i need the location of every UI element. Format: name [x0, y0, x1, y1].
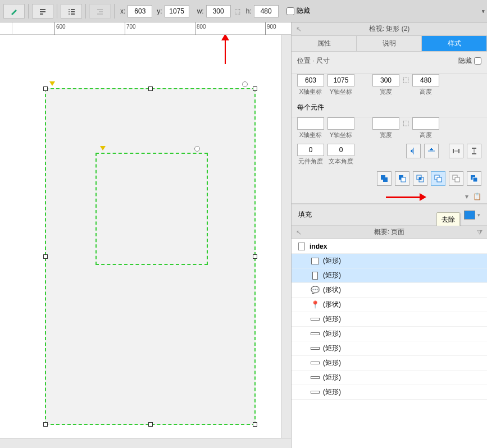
text-angle-input[interactable] [327, 144, 354, 156]
fill-color-swatch[interactable] [464, 211, 475, 220]
collapse-icon[interactable]: ↖ [296, 25, 302, 33]
resize-handle[interactable] [148, 422, 153, 427]
canvas-area: 600 700 800 900 [0, 22, 291, 448]
union-btn[interactable] [377, 171, 392, 186]
link-wh-icon-2[interactable]: ⬚ [403, 74, 409, 96]
text-angle-label: 文本角度 [329, 157, 353, 166]
x-input[interactable] [128, 5, 152, 17]
tab-description[interactable]: 说明 [357, 36, 422, 51]
outline-root[interactable]: index [292, 239, 487, 254]
w-label: w: [197, 7, 204, 15]
resize-handle[interactable] [253, 254, 257, 259]
svg-rect-4 [71, 9, 75, 10]
subtract-back-btn[interactable] [449, 171, 463, 186]
indent-tool-btn: ▾ [89, 4, 111, 19]
per-element-label: 每个元件 [297, 103, 324, 111]
outline-item-label: (矩形) [323, 373, 341, 382]
outline-item-label: (形状) [323, 300, 341, 309]
w-input[interactable] [206, 5, 231, 17]
side-panel: ↖ 检视: 矩形 (2) 属性 说明 样式 位置 · 尺寸 隐藏 X轴坐标 Y轴… [291, 22, 487, 448]
align-tool-btn[interactable]: ▾ [32, 4, 53, 19]
outline-item[interactable]: (矩形) [292, 327, 487, 341]
resize-handle[interactable] [253, 86, 257, 91]
svg-rect-12 [453, 149, 454, 153]
insp-h-input[interactable] [412, 74, 439, 86]
hide-checkbox[interactable] [286, 7, 294, 15]
insp-w-input[interactable] [372, 74, 399, 86]
outline-item[interactable]: 💬(形状) [292, 283, 487, 298]
resize-handle[interactable] [43, 254, 48, 259]
rotation-handle[interactable] [194, 146, 200, 152]
dist-h-btn[interactable] [449, 144, 463, 158]
outline-item-label: (矩形) [323, 256, 341, 266]
svg-rect-28 [473, 177, 477, 182]
resize-handle[interactable] [43, 422, 48, 427]
outline-item[interactable]: (矩形) [292, 356, 487, 371]
x-label: x: [120, 7, 125, 15]
pencil-tool-btn[interactable]: ▾ [3, 4, 25, 19]
outline-item[interactable]: (矩形) [292, 268, 487, 283]
hide-checkbox-2[interactable] [474, 57, 481, 65]
outline-tree: index (矩形)(矩形)💬(形状)📍(形状)(矩形)(矩形)(矩形)(矩形)… [292, 239, 487, 448]
inspector-title: 检视: 矩形 (2) [369, 24, 410, 34]
divide-btn[interactable] [467, 171, 481, 186]
svg-rect-14 [472, 148, 476, 149]
subtract-front-btn[interactable] [395, 171, 409, 186]
resize-handle[interactable] [253, 422, 257, 427]
svg-rect-11 [97, 13, 103, 15]
outline-item[interactable]: (矩形) [292, 341, 487, 356]
intersect-btn[interactable] [413, 171, 427, 186]
hide-checkbox-wrap[interactable]: 隐藏 [286, 6, 310, 16]
elem-angle-label: 元件角度 [298, 157, 323, 166]
list-tool-btn[interactable]: ▾ [61, 4, 82, 19]
clipboard-icon[interactable]: 📋 [473, 193, 481, 200]
insp-y-input[interactable] [327, 74, 354, 86]
chevron-down-icon[interactable]: ▾ [465, 193, 468, 200]
outline-item[interactable]: 📍(形状) [292, 298, 487, 312]
svg-rect-22 [419, 177, 421, 180]
bar-icon [311, 318, 320, 321]
outline-item[interactable]: (矩形) [292, 312, 487, 327]
outline-item[interactable]: (矩形) [292, 385, 487, 400]
per-h-input[interactable] [412, 117, 439, 130]
filter-icon[interactable]: ⧩ [477, 228, 483, 236]
outline-item-label: (形状) [323, 285, 341, 295]
svg-rect-0 [40, 9, 45, 10]
resize-handle[interactable] [43, 86, 48, 91]
exclude-btn[interactable] [431, 171, 445, 186]
svg-rect-17 [383, 177, 388, 182]
hide-label-2: 隐藏 [458, 56, 472, 66]
tab-properties[interactable]: 属性 [292, 36, 357, 51]
link-wh-icon-3[interactable]: ⬚ [403, 117, 409, 139]
link-wh-icon[interactable]: ⬚ [234, 7, 240, 15]
scrollbar-vertical[interactable] [281, 35, 291, 438]
rect-icon [311, 258, 319, 264]
outline-item[interactable]: (矩形) [292, 254, 487, 268]
fill-dropdown-icon[interactable]: ▾ [477, 212, 480, 218]
h-input[interactable] [254, 5, 279, 17]
per-h-label: 高度 [420, 131, 432, 139]
resize-handle[interactable] [148, 86, 153, 91]
rotation-handle[interactable] [242, 81, 248, 87]
svg-rect-24 [437, 177, 442, 182]
dist-v-btn[interactable] [467, 144, 481, 158]
flip-v-btn[interactable] [424, 144, 439, 158]
elem-angle-input[interactable] [297, 144, 324, 156]
per-y-input[interactable] [327, 117, 354, 130]
outline-item-label: (矩形) [323, 329, 341, 339]
canvas[interactable] [0, 35, 291, 448]
outline-item-label: (矩形) [323, 271, 341, 280]
collapse-icon-2[interactable]: ↖ [296, 228, 302, 236]
insp-x-input[interactable] [297, 74, 324, 86]
tab-style[interactable]: 样式 [422, 36, 487, 51]
tooltip: 去除 [436, 212, 460, 227]
per-x-input[interactable] [297, 117, 324, 130]
per-w-label: 宽度 [380, 131, 392, 139]
selection-rect-inner[interactable] [95, 153, 208, 265]
inspector-header: ↖ 检视: 矩形 (2) [292, 22, 487, 36]
outline-item[interactable]: (矩形) [292, 371, 487, 385]
y-input[interactable] [165, 5, 189, 17]
flip-h-btn[interactable] [406, 144, 421, 158]
scrollbar-horizontal[interactable] [0, 438, 291, 448]
per-w-input[interactable] [372, 117, 399, 130]
